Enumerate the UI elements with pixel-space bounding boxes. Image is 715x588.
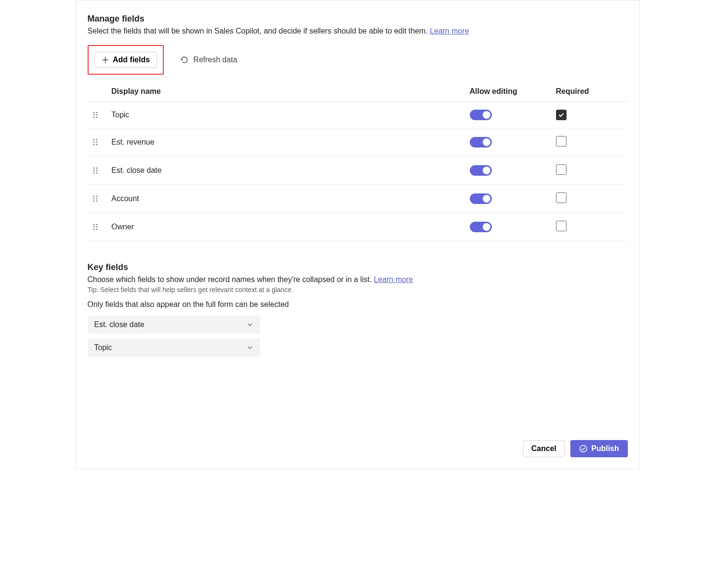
manage-fields-desc-text: Select the fields that will be shown in … (88, 27, 430, 35)
svg-point-31 (96, 229, 97, 230)
key-fields-title: Key fields (88, 262, 628, 272)
table-row: Topic (88, 102, 628, 128)
svg-point-3 (96, 112, 97, 113)
required-checkbox[interactable] (556, 110, 567, 120)
table-row: Account (88, 185, 628, 213)
footer-actions: Cancel Publish (523, 440, 627, 457)
field-name: Account (112, 194, 470, 203)
svg-point-30 (93, 229, 94, 230)
svg-point-2 (93, 112, 94, 113)
table-header: Display name Allow editing Required (88, 83, 628, 102)
required-checkbox[interactable] (556, 221, 567, 231)
field-name: Owner (112, 223, 470, 231)
svg-point-13 (96, 144, 97, 146)
drag-handle-icon[interactable] (92, 223, 112, 231)
refresh-data-button[interactable]: Refresh data (175, 52, 242, 68)
svg-point-23 (96, 198, 97, 200)
svg-point-25 (96, 201, 97, 202)
fields-table: Display name Allow editing Required Topi… (88, 83, 628, 241)
select-value: Est. close date (94, 320, 145, 329)
allow-editing-toggle[interactable] (470, 110, 492, 120)
svg-point-14 (93, 168, 94, 169)
svg-point-21 (96, 196, 97, 197)
col-required: Required (556, 87, 623, 96)
manage-fields-learn-more-link[interactable]: Learn more (430, 27, 469, 35)
manage-fields-title: Manage fields (88, 14, 628, 24)
cancel-button[interactable]: Cancel (523, 440, 564, 457)
chevron-down-icon (247, 344, 253, 351)
svg-point-11 (96, 142, 97, 143)
svg-point-4 (93, 114, 94, 116)
table-row: Est. close date (88, 157, 628, 185)
svg-point-17 (96, 170, 97, 171)
svg-point-19 (96, 172, 97, 174)
svg-point-26 (93, 224, 94, 226)
svg-point-27 (96, 224, 97, 226)
svg-point-20 (93, 196, 94, 197)
drag-handle-icon[interactable] (92, 167, 112, 174)
chevron-down-icon (247, 321, 253, 328)
svg-point-29 (96, 226, 97, 228)
key-fields-desc: Choose which fields to show under record… (88, 275, 628, 284)
publish-label: Publish (591, 444, 619, 453)
key-fields-tip: Tip: Select fields that will help seller… (88, 286, 628, 294)
table-row: Est. revenue (88, 128, 628, 157)
col-display-name: Display name (112, 87, 470, 96)
add-fields-button[interactable]: Add fields (94, 52, 157, 68)
svg-point-28 (93, 226, 94, 228)
required-checkbox[interactable] (556, 164, 567, 175)
allow-editing-toggle[interactable] (470, 165, 492, 176)
manage-fields-desc: Select the fields that will be shown in … (88, 27, 628, 35)
allow-editing-toggle[interactable] (470, 137, 492, 147)
key-field-select[interactable]: Topic (88, 339, 260, 357)
field-name: Topic (112, 111, 470, 119)
svg-point-22 (93, 198, 94, 200)
manage-fields-panel: Manage fields Select the fields that wil… (76, 0, 640, 469)
allow-editing-toggle[interactable] (470, 222, 492, 232)
publish-button[interactable]: Publish (570, 440, 628, 457)
toolbar: Add fields Refresh data (88, 45, 628, 75)
select-value: Topic (94, 343, 112, 352)
add-fields-label: Add fields (113, 56, 150, 64)
allow-editing-toggle[interactable] (470, 193, 492, 204)
svg-point-8 (93, 139, 94, 141)
svg-point-16 (93, 170, 94, 171)
check-circle-icon (579, 444, 588, 453)
key-field-select[interactable]: Est. close date (88, 316, 260, 334)
key-fields-section: Key fields Choose which fields to show u… (88, 262, 628, 357)
svg-point-15 (96, 168, 97, 169)
drag-handle-icon[interactable] (92, 111, 112, 119)
field-name: Est. close date (112, 166, 470, 175)
drag-handle-icon[interactable] (92, 138, 112, 146)
key-fields-note: Only fields that also appear on the full… (88, 300, 628, 309)
key-fields-learn-more-link[interactable]: Learn more (374, 275, 413, 283)
refresh-icon (180, 56, 189, 64)
svg-point-7 (96, 117, 97, 118)
add-fields-highlight: Add fields (88, 45, 164, 75)
refresh-data-label: Refresh data (193, 56, 238, 64)
plus-icon (102, 56, 109, 64)
svg-point-18 (93, 172, 94, 174)
field-name: Est. revenue (112, 138, 470, 147)
table-row: Owner (88, 213, 628, 241)
svg-point-5 (96, 114, 97, 116)
col-allow-editing: Allow editing (470, 87, 556, 96)
svg-point-6 (93, 117, 94, 118)
svg-point-32 (580, 445, 587, 452)
svg-point-12 (93, 144, 94, 146)
svg-point-9 (96, 139, 97, 141)
svg-point-24 (93, 201, 94, 202)
drag-handle-icon[interactable] (92, 195, 112, 203)
svg-point-10 (93, 142, 94, 143)
key-fields-desc-text: Choose which fields to show under record… (88, 275, 374, 283)
required-checkbox[interactable] (556, 136, 567, 147)
required-checkbox[interactable] (556, 192, 567, 203)
